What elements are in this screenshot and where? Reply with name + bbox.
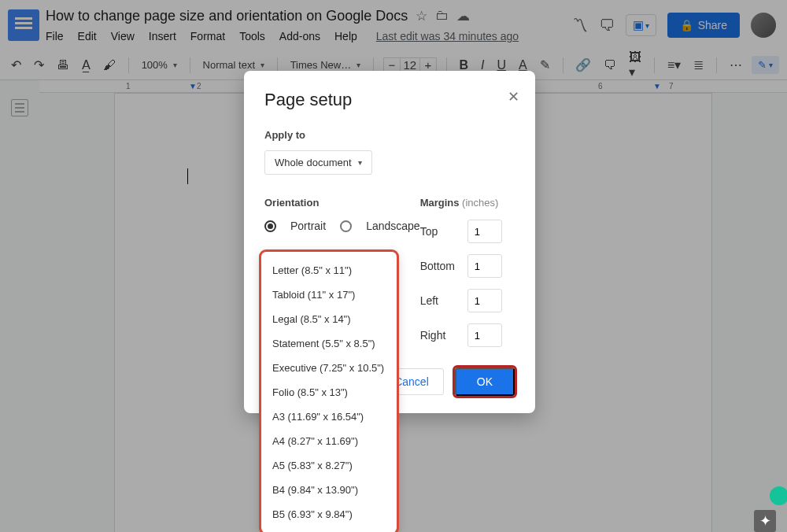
paper-size-option[interactable]: B5 (6.93" x 9.84")	[261, 502, 397, 526]
dialog-title: Page setup	[264, 90, 515, 110]
portrait-radio[interactable]	[264, 220, 276, 232]
margin-right-label: Right	[420, 329, 460, 342]
paper-size-option[interactable]: B4 (9.84" x 13.90")	[261, 478, 397, 502]
margin-right-input[interactable]	[467, 323, 502, 347]
ok-button[interactable]: OK	[455, 368, 515, 396]
margin-left-input[interactable]	[467, 289, 502, 312]
paper-size-option[interactable]: A5 (5.83" x 8.27")	[261, 453, 397, 478]
margin-bottom-input[interactable]	[467, 254, 502, 278]
paper-size-option[interactable]: A3 (11.69" x 16.54")	[261, 405, 397, 429]
paper-size-dropdown: Letter (8.5" x 11") Tabloid (11" x 17") …	[261, 252, 397, 532]
paper-size-option[interactable]: Executive (7.25" x 10.5")	[261, 356, 397, 380]
paper-size-option[interactable]: Tabloid (11" x 17")	[261, 283, 397, 307]
close-icon[interactable]: ✕	[508, 88, 519, 105]
paper-size-option[interactable]: Statement (5.5" x 8.5")	[261, 331, 397, 356]
portrait-label: Portrait	[290, 220, 326, 232]
landscape-radio[interactable]	[340, 220, 352, 232]
paper-size-option[interactable]: Letter (8.5" x 11")	[261, 258, 397, 283]
apply-to-label: Apply to	[264, 129, 515, 141]
margin-top-input[interactable]	[467, 220, 502, 243]
grammarly-icon[interactable]	[770, 486, 787, 505]
orientation-label: Orientation	[264, 197, 420, 209]
paper-size-option[interactable]: Legal (8.5" x 14")	[261, 307, 397, 331]
margin-bottom-label: Bottom	[420, 260, 460, 272]
apply-to-select[interactable]: Whole document	[264, 150, 372, 175]
paper-size-option[interactable]: A4 (8.27" x 11.69")	[261, 429, 397, 453]
margins-label: Margins (inches)	[420, 197, 515, 209]
margin-left-label: Left	[420, 294, 460, 307]
paper-size-option[interactable]: Folio (8.5" x 13")	[261, 380, 397, 405]
margin-top-label: Top	[420, 225, 460, 238]
explore-button[interactable]: ✦	[754, 510, 776, 532]
landscape-label: Landscape	[366, 220, 420, 232]
